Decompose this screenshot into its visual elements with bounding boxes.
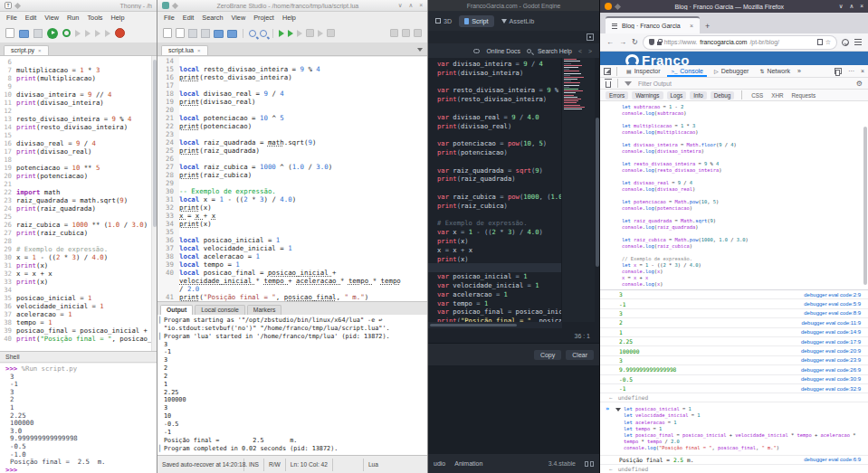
filter-pill[interactable]: Info <box>690 91 707 99</box>
tab-console[interactable]: >_Console <box>667 65 707 77</box>
filter-pill[interactable]: Debug <box>711 91 735 99</box>
new-file-dropdown-icon[interactable] <box>176 28 185 38</box>
history-forward-button[interactable]: > <box>588 48 592 54</box>
maximize-button[interactable]: ∧ <box>408 2 413 9</box>
layout-project-icon[interactable] <box>414 29 422 37</box>
tab-3d[interactable]: 3D <box>435 17 452 25</box>
pause-icon[interactable] <box>327 29 335 37</box>
copy-button[interactable]: Copy <box>534 350 561 360</box>
log-source-link[interactable]: debugger eval code:30:9 <box>801 376 861 382</box>
menu-item[interactable]: Edit <box>183 14 195 22</box>
editor-tab[interactable]: script.py × <box>4 45 49 55</box>
close-button[interactable]: × <box>860 3 863 10</box>
tab-markers[interactable]: Markers <box>247 305 282 315</box>
distraction-free-icon[interactable] <box>587 33 594 41</box>
devtools-close-button[interactable]: × <box>861 68 864 74</box>
menu-item[interactable]: Run <box>67 14 79 22</box>
open-project-icon[interactable] <box>214 30 224 38</box>
clear-console-icon[interactable] <box>606 81 611 88</box>
reload-button[interactable]: ↻ <box>632 38 638 46</box>
log-source-link[interactable]: debugger eval code:2:9 <box>804 292 861 298</box>
filter-pill[interactable]: Warnings <box>632 91 663 99</box>
responsive-mode-icon[interactable] <box>835 68 842 74</box>
site-logo[interactable]: Franco <box>625 52 690 65</box>
run-icon[interactable] <box>47 28 58 39</box>
reader-mode-icon[interactable] <box>817 39 823 45</box>
bookmark-star-icon[interactable]: ☆ <box>825 39 831 46</box>
editor-scrollbar[interactable] <box>151 56 157 351</box>
tab-close-icon[interactable]: × <box>38 48 42 53</box>
tab-output[interactable]: Output <box>160 305 193 315</box>
stop-icon[interactable] <box>115 28 125 38</box>
debug-icon[interactable] <box>288 30 293 37</box>
project-dropdown-icon[interactable] <box>227 30 237 38</box>
minimize-button[interactable]: ∨ <box>398 2 403 9</box>
search-help-button[interactable]: Search Help <box>538 48 572 54</box>
close-button[interactable]: × <box>419 2 423 9</box>
log-source-link[interactable]: debugger eval code:23:9 <box>801 357 861 363</box>
editor-hscrollbar[interactable] <box>428 322 562 328</box>
save-icon[interactable] <box>33 29 43 38</box>
menu-item[interactable]: File <box>164 14 175 22</box>
filter-toggle[interactable]: CSS <box>749 91 765 99</box>
settings-gear-icon[interactable]: ⚙ <box>856 80 863 88</box>
tab-close-icon[interactable]: × <box>690 23 693 29</box>
log-source-link[interactable]: debugger eval code:11:9 <box>801 320 861 326</box>
log-source-link[interactable]: debugger eval code:6:9 <box>804 457 861 462</box>
thonny-titlebar[interactable]: T Thonny - /h <box>0 0 157 12</box>
new-file-icon[interactable] <box>163 28 172 38</box>
zerobrane-titlebar[interactable]: ZeroBrane Studio - /home/franco/tmp/lua/… <box>157 0 427 12</box>
tab-assetlib[interactable]: AssetLib <box>501 17 535 25</box>
find-icon[interactable] <box>249 30 256 37</box>
run-icon[interactable] <box>279 30 284 37</box>
menu-item[interactable]: Project <box>253 14 274 22</box>
log-source-link[interactable]: debugger eval code:5:9 <box>804 301 861 307</box>
pocket-icon[interactable] <box>842 39 849 46</box>
tab-close-icon[interactable]: × <box>197 48 201 53</box>
menu-item[interactable]: View <box>231 14 245 22</box>
log-source-link[interactable]: debugger eval code:14:9 <box>801 329 861 335</box>
pick-element-icon[interactable] <box>604 68 611 75</box>
webpage-header[interactable]: Franco <box>600 52 868 65</box>
output-panel[interactable] <box>428 365 599 454</box>
filter-input[interactable] <box>636 80 852 88</box>
menu-item[interactable]: Search <box>202 14 223 22</box>
python-code-editor[interactable]: 6 7multiplicacao = 1 * 38print(multiplic… <box>0 56 157 351</box>
save-all-icon[interactable] <box>201 29 210 38</box>
debug-icon[interactable] <box>62 29 71 37</box>
step-out-icon[interactable] <box>95 30 100 37</box>
tab-debugger[interactable]: ▷Debugger <box>711 65 752 77</box>
shell-tab[interactable]: Shell <box>0 351 157 363</box>
expand-triangle-icon[interactable] <box>615 408 621 412</box>
log-source-link[interactable]: debugger eval code:20:9 <box>801 348 861 354</box>
online-docs-button[interactable]: Online Docs <box>486 48 520 54</box>
new-tab-button[interactable]: + <box>705 22 710 33</box>
layout-console-icon[interactable] <box>390 29 398 37</box>
tab-network[interactable]: ⇅Network <box>756 65 794 77</box>
back-button[interactable]: ← <box>606 38 614 46</box>
menu-item[interactable]: View <box>44 14 59 22</box>
log-source-link[interactable]: debugger eval code:17:9 <box>801 339 861 345</box>
menu-item[interactable]: Edit <box>25 14 37 22</box>
editor-scrollbar[interactable] <box>596 118 599 267</box>
firefox-titlebar[interactable]: Blog · Franco Garcia — Mozilla Firefox ∨… <box>600 0 868 13</box>
lua-code-editor[interactable]: 14 15local resto_divisao_inteira = 9 % 4… <box>157 57 427 301</box>
code-minimap[interactable] <box>561 58 595 322</box>
new-file-icon[interactable] <box>5 28 14 38</box>
output-panel[interactable]: ▎ Program starting as '"/opt/zbstudio/bi… <box>157 315 427 455</box>
menu-item[interactable]: Tools <box>87 14 102 22</box>
maximize-button[interactable]: ∧ <box>849 3 854 10</box>
stop-icon[interactable] <box>306 29 314 37</box>
step-into-icon[interactable] <box>85 30 91 37</box>
bottom-tab-audio[interactable]: udio <box>434 460 445 467</box>
save-icon[interactable] <box>188 29 197 38</box>
log-source-link[interactable]: debugger eval code:8:9 <box>804 310 861 316</box>
filter-toggle[interactable]: Requests <box>790 91 818 99</box>
minimize-button[interactable]: ∨ <box>839 3 844 10</box>
bottom-tab-animation[interactable]: Animation <box>454 460 482 467</box>
step-over-icon[interactable] <box>75 30 81 37</box>
open-file-icon[interactable] <box>19 30 29 38</box>
tab-inspector[interactable]: ▤Inspector <box>623 65 663 77</box>
console-output[interactable]: let subtracao = 1 - 2console.log(subtrac… <box>600 101 868 473</box>
godot-titlebar[interactable]: FrancoGarcia.com - Godot Engine <box>428 0 599 11</box>
